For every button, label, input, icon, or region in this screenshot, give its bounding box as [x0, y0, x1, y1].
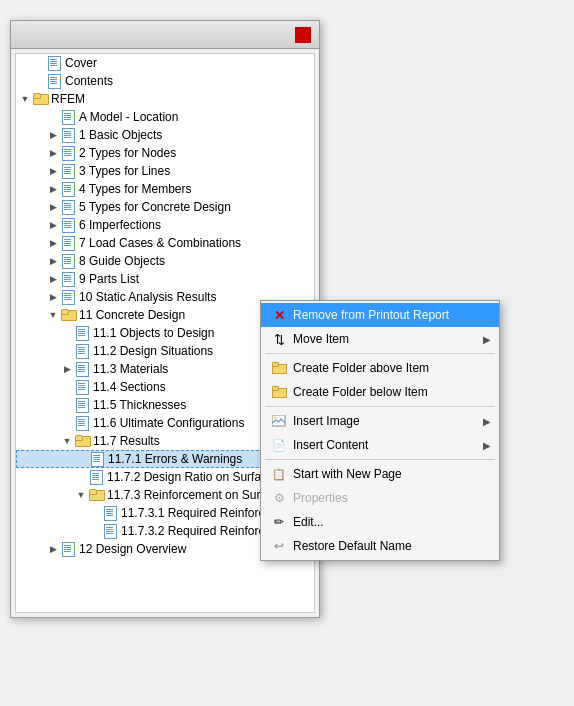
ctx-label-folder-above: Create Folder above Item: [293, 361, 491, 375]
folder-icon-concrete-design: [61, 309, 75, 321]
folder-icon-rfem: [33, 93, 47, 105]
ctx-item-restore[interactable]: ↩Restore Default Name: [261, 534, 499, 558]
expand-icon-types-concrete[interactable]: [46, 200, 60, 214]
ctx-label-new-page: Start with New Page: [293, 467, 491, 481]
tree-label-errors-warnings: 11.7.1 Errors & Warnings: [107, 452, 242, 466]
tree-item-types-members[interactable]: 4 Types for Members: [16, 180, 314, 198]
expand-icon-parts-list[interactable]: [46, 272, 60, 286]
context-menu: ✕Remove from Printout Report⇅Move Item▶C…: [260, 300, 500, 561]
submenu-arrow-move: ▶: [483, 334, 491, 345]
tree-label-parts-list: 9 Parts List: [78, 272, 139, 286]
expand-icon-errors-warnings: [75, 452, 89, 466]
folder-sm-icon: [269, 384, 289, 400]
expand-icon-design-overview[interactable]: [46, 542, 60, 556]
expand-icon-ultimate-config: [60, 416, 74, 430]
expand-icon-types-nodes[interactable]: [46, 146, 60, 160]
expand-icon-reinforcement[interactable]: [74, 488, 88, 502]
expand-icon-basic-objects[interactable]: [46, 128, 60, 142]
ctx-label-insert-image: Insert Image: [293, 414, 483, 428]
tree-label-guide-objects: 8 Guide Objects: [78, 254, 165, 268]
tree-label-thicknesses: 11.5 Thicknesses: [92, 398, 186, 412]
page-icon-load-cases: [61, 236, 75, 250]
expand-icon-cover: [32, 56, 46, 70]
ctx-item-folder-above[interactable]: Create Folder above Item: [261, 356, 499, 380]
ctx-item-folder-below[interactable]: Create Folder below Item: [261, 380, 499, 404]
expand-icon-sections: [60, 380, 74, 394]
tree-item-cover[interactable]: Cover: [16, 54, 314, 72]
close-button[interactable]: [295, 27, 311, 43]
tree-item-types-lines[interactable]: 3 Types for Lines: [16, 162, 314, 180]
expand-icon-design-ratio: [74, 470, 88, 484]
expand-icon-results[interactable]: [60, 434, 74, 448]
page-icon-static-analysis: [61, 290, 75, 304]
page-icon-req-reinforcement1: [103, 506, 117, 520]
tree-label-objects-to-design: 11.1 Objects to Design: [92, 326, 214, 340]
page-icon-types-members: [61, 182, 75, 196]
folder-icon-reinforcement: [89, 489, 103, 501]
tree-item-guide-objects[interactable]: 8 Guide Objects: [16, 252, 314, 270]
page-icon-design-situations: [75, 344, 89, 358]
tree-item-types-concrete[interactable]: 5 Types for Concrete Design: [16, 198, 314, 216]
ctx-label-folder-below: Create Folder below Item: [293, 385, 491, 399]
ctx-item-edit[interactable]: ✏Edit...: [261, 510, 499, 534]
tree-label-contents: Contents: [64, 74, 113, 88]
tree-label-cover: Cover: [64, 56, 97, 70]
page-icon-objects-to-design: [75, 326, 89, 340]
expand-icon-objects-to-design: [60, 326, 74, 340]
image-icon: [269, 413, 289, 429]
remove-icon: ✕: [269, 307, 289, 323]
page-icon-types-nodes: [61, 146, 75, 160]
tree-item-imperfections[interactable]: 6 Imperfections: [16, 216, 314, 234]
expand-icon-rfem[interactable]: [18, 92, 32, 106]
expand-icon-materials[interactable]: [60, 362, 74, 376]
tree-item-a-model[interactable]: A Model - Location: [16, 108, 314, 126]
tree-label-a-model: A Model - Location: [78, 110, 178, 124]
tree-label-static-analysis: 10 Static Analysis Results: [78, 290, 216, 304]
ctx-label-restore: Restore Default Name: [293, 539, 491, 553]
restore-icon: ↩: [269, 538, 289, 554]
tree-label-design-overview: 12 Design Overview: [78, 542, 186, 556]
submenu-arrow-insert-content: ▶: [483, 440, 491, 451]
page-icon-errors-warnings: [90, 452, 104, 466]
tree-item-types-nodes[interactable]: 2 Types for Nodes: [16, 144, 314, 162]
tree-item-parts-list[interactable]: 9 Parts List: [16, 270, 314, 288]
tree-item-contents[interactable]: Contents: [16, 72, 314, 90]
ctx-item-properties: ⚙Properties: [261, 486, 499, 510]
ctx-item-insert-image[interactable]: Insert Image▶: [261, 409, 499, 433]
expand-icon-concrete-design[interactable]: [46, 308, 60, 322]
expand-icon-req-reinforcement2: [88, 524, 102, 538]
submenu-arrow-insert-image: ▶: [483, 416, 491, 427]
page-icon-sections: [75, 380, 89, 394]
expand-icon-types-members[interactable]: [46, 182, 60, 196]
page-icon-materials: [75, 362, 89, 376]
page-icon-a-model: [61, 110, 75, 124]
expand-icon-imperfections[interactable]: [46, 218, 60, 232]
page-icon-cover: [47, 56, 61, 70]
move-icon: ⇅: [269, 331, 289, 347]
tree-item-rfem[interactable]: RFEM: [16, 90, 314, 108]
expand-icon-types-lines[interactable]: [46, 164, 60, 178]
ctx-separator-sep3: [265, 459, 495, 460]
tree-label-types-lines: 3 Types for Lines: [78, 164, 170, 178]
page-icon-ultimate-config: [75, 416, 89, 430]
page-icon-thicknesses: [75, 398, 89, 412]
tree-label-types-nodes: 2 Types for Nodes: [78, 146, 176, 160]
tree-item-load-cases[interactable]: 7 Load Cases & Combinations: [16, 234, 314, 252]
page-icon-design-overview: [61, 542, 75, 556]
properties-icon: ⚙: [269, 490, 289, 506]
tree-label-types-concrete: 5 Types for Concrete Design: [78, 200, 231, 214]
tree-item-basic-objects[interactable]: 1 Basic Objects: [16, 126, 314, 144]
expand-icon-load-cases[interactable]: [46, 236, 60, 250]
expand-icon-static-analysis[interactable]: [46, 290, 60, 304]
ctx-item-move[interactable]: ⇅Move Item▶: [261, 327, 499, 351]
expand-icon-a-model: [46, 110, 60, 124]
expand-icon-guide-objects[interactable]: [46, 254, 60, 268]
content-icon: 📄: [269, 437, 289, 453]
ctx-label-edit: Edit...: [293, 515, 491, 529]
ctx-item-insert-content[interactable]: 📄Insert Content▶: [261, 433, 499, 457]
svg-point-1: [274, 417, 277, 420]
expand-icon-design-situations: [60, 344, 74, 358]
ctx-item-remove[interactable]: ✕Remove from Printout Report: [261, 303, 499, 327]
page-icon-imperfections: [61, 218, 75, 232]
ctx-item-new-page[interactable]: 📋Start with New Page: [261, 462, 499, 486]
